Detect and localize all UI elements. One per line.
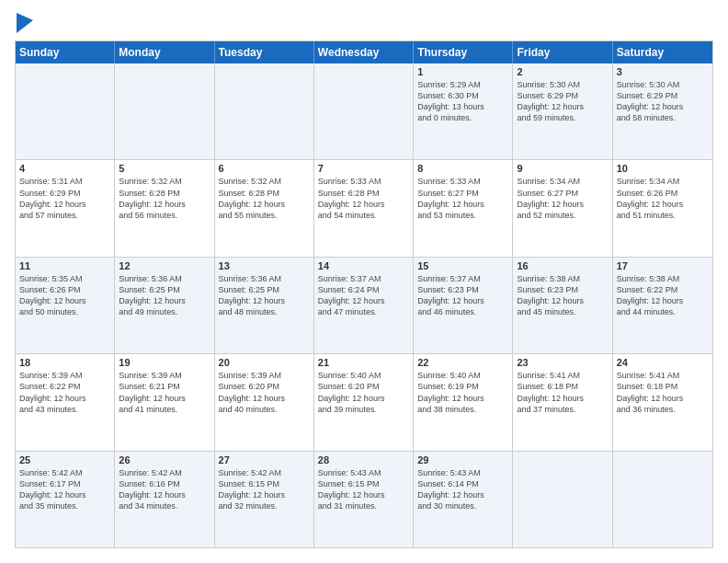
cell-date: 15 [417, 260, 508, 271]
cell-info: Sunrise: 5:40 AM Sunset: 6:19 PM Dayligh… [417, 370, 508, 415]
cell-date: 7 [318, 163, 409, 174]
cell-date: 27 [219, 454, 310, 465]
calendar-cell: 14Sunrise: 5:37 AM Sunset: 6:24 PM Dayli… [314, 258, 414, 353]
calendar-cell: 1Sunrise: 5:29 AM Sunset: 6:30 PM Daylig… [414, 63, 513, 159]
calendar-cell: 6Sunrise: 5:32 AM Sunset: 6:28 PM Daylig… [215, 160, 314, 256]
cell-date: 26 [119, 454, 210, 465]
cell-info: Sunrise: 5:35 AM Sunset: 6:26 PM Dayligh… [19, 273, 110, 318]
header-day-friday: Friday [513, 41, 612, 63]
calendar-cell: 12Sunrise: 5:36 AM Sunset: 6:25 PM Dayli… [115, 258, 214, 353]
cell-info: Sunrise: 5:31 AM Sunset: 6:29 PM Dayligh… [19, 176, 110, 221]
calendar-cell: 29Sunrise: 5:43 AM Sunset: 6:14 PM Dayli… [414, 452, 513, 547]
cell-date: 28 [318, 454, 409, 465]
cell-info: Sunrise: 5:40 AM Sunset: 6:20 PM Dayligh… [318, 370, 409, 415]
calendar-cell: 19Sunrise: 5:39 AM Sunset: 6:21 PM Dayli… [115, 354, 214, 450]
cell-info: Sunrise: 5:33 AM Sunset: 6:27 PM Dayligh… [417, 176, 508, 221]
calendar-cell: 2Sunrise: 5:30 AM Sunset: 6:29 PM Daylig… [513, 63, 612, 159]
calendar-row-4: 25Sunrise: 5:42 AM Sunset: 6:17 PM Dayli… [16, 452, 712, 547]
cell-date: 16 [517, 260, 608, 271]
calendar-cell: 7Sunrise: 5:33 AM Sunset: 6:28 PM Daylig… [314, 160, 414, 256]
cell-date: 2 [517, 66, 608, 77]
calendar-cell [115, 63, 214, 159]
header-day-wednesday: Wednesday [314, 41, 414, 63]
calendar-cell: 24Sunrise: 5:41 AM Sunset: 6:18 PM Dayli… [613, 354, 712, 450]
cell-date: 23 [517, 357, 608, 368]
cell-info: Sunrise: 5:29 AM Sunset: 6:30 PM Dayligh… [417, 79, 508, 124]
header-day-sunday: Sunday [16, 41, 115, 63]
cell-info: Sunrise: 5:30 AM Sunset: 6:29 PM Dayligh… [617, 79, 709, 124]
calendar-cell: 5Sunrise: 5:32 AM Sunset: 6:28 PM Daylig… [115, 160, 214, 256]
header-day-monday: Monday [115, 41, 214, 63]
header-day-tuesday: Tuesday [215, 41, 314, 63]
cell-info: Sunrise: 5:34 AM Sunset: 6:26 PM Dayligh… [617, 176, 709, 221]
cell-info: Sunrise: 5:39 AM Sunset: 6:22 PM Dayligh… [19, 370, 110, 415]
calendar-body: 1Sunrise: 5:29 AM Sunset: 6:30 PM Daylig… [16, 63, 712, 547]
calendar-row-1: 4Sunrise: 5:31 AM Sunset: 6:29 PM Daylig… [16, 160, 712, 257]
calendar-cell: 15Sunrise: 5:37 AM Sunset: 6:23 PM Dayli… [414, 258, 513, 353]
calendar-cell: 11Sunrise: 5:35 AM Sunset: 6:26 PM Dayli… [16, 258, 115, 353]
calendar-cell: 16Sunrise: 5:38 AM Sunset: 6:23 PM Dayli… [513, 258, 612, 353]
cell-date: 18 [19, 357, 110, 368]
cell-info: Sunrise: 5:41 AM Sunset: 6:18 PM Dayligh… [617, 370, 709, 415]
calendar-cell [513, 452, 612, 547]
cell-info: Sunrise: 5:37 AM Sunset: 6:23 PM Dayligh… [417, 273, 508, 318]
svg-marker-0 [17, 13, 33, 33]
calendar-cell: 27Sunrise: 5:42 AM Sunset: 6:15 PM Dayli… [215, 452, 314, 547]
page: SundayMondayTuesdayWednesdayThursdayFrid… [0, 0, 728, 563]
calendar-cell [613, 452, 712, 547]
cell-date: 20 [219, 357, 310, 368]
calendar-row-0: 1Sunrise: 5:29 AM Sunset: 6:30 PM Daylig… [16, 63, 712, 160]
calendar-cell: 10Sunrise: 5:34 AM Sunset: 6:26 PM Dayli… [613, 160, 712, 256]
cell-date: 19 [119, 357, 210, 368]
calendar-cell: 8Sunrise: 5:33 AM Sunset: 6:27 PM Daylig… [414, 160, 513, 256]
cell-date: 14 [318, 260, 409, 271]
cell-info: Sunrise: 5:36 AM Sunset: 6:25 PM Dayligh… [219, 273, 310, 318]
calendar-cell: 13Sunrise: 5:36 AM Sunset: 6:25 PM Dayli… [215, 258, 314, 353]
logo-icon [17, 13, 33, 33]
calendar-cell: 17Sunrise: 5:38 AM Sunset: 6:22 PM Dayli… [613, 258, 712, 353]
calendar-cell: 28Sunrise: 5:43 AM Sunset: 6:15 PM Dayli… [314, 452, 414, 547]
cell-info: Sunrise: 5:43 AM Sunset: 6:14 PM Dayligh… [417, 467, 508, 512]
cell-info: Sunrise: 5:34 AM Sunset: 6:27 PM Dayligh… [517, 176, 608, 221]
cell-info: Sunrise: 5:42 AM Sunset: 6:16 PM Dayligh… [119, 467, 210, 512]
cell-date: 1 [417, 66, 508, 77]
cell-date: 8 [417, 163, 508, 174]
calendar-header: SundayMondayTuesdayWednesdayThursdayFrid… [16, 41, 712, 63]
cell-info: Sunrise: 5:42 AM Sunset: 6:17 PM Dayligh… [19, 467, 110, 512]
calendar-cell: 21Sunrise: 5:40 AM Sunset: 6:20 PM Dayli… [314, 354, 414, 450]
header-day-thursday: Thursday [414, 41, 513, 63]
cell-date: 6 [219, 163, 310, 174]
cell-date: 22 [417, 357, 508, 368]
cell-info: Sunrise: 5:38 AM Sunset: 6:22 PM Dayligh… [617, 273, 709, 318]
calendar-cell: 3Sunrise: 5:30 AM Sunset: 6:29 PM Daylig… [613, 63, 712, 159]
cell-date: 17 [617, 260, 709, 271]
cell-info: Sunrise: 5:41 AM Sunset: 6:18 PM Dayligh… [517, 370, 608, 415]
calendar: SundayMondayTuesdayWednesdayThursdayFrid… [15, 40, 713, 548]
cell-info: Sunrise: 5:32 AM Sunset: 6:28 PM Dayligh… [119, 176, 210, 221]
cell-info: Sunrise: 5:43 AM Sunset: 6:15 PM Dayligh… [318, 467, 409, 512]
calendar-cell: 18Sunrise: 5:39 AM Sunset: 6:22 PM Dayli… [16, 354, 115, 450]
cell-date: 5 [119, 163, 210, 174]
cell-info: Sunrise: 5:36 AM Sunset: 6:25 PM Dayligh… [119, 273, 210, 318]
cell-date: 12 [119, 260, 210, 271]
calendar-row-3: 18Sunrise: 5:39 AM Sunset: 6:22 PM Dayli… [16, 354, 712, 451]
calendar-cell [314, 63, 414, 159]
cell-date: 21 [318, 357, 409, 368]
cell-date: 9 [517, 163, 608, 174]
cell-info: Sunrise: 5:30 AM Sunset: 6:29 PM Dayligh… [517, 79, 608, 124]
cell-info: Sunrise: 5:37 AM Sunset: 6:24 PM Dayligh… [318, 273, 409, 318]
cell-date: 24 [617, 357, 709, 368]
cell-date: 4 [19, 163, 110, 174]
cell-date: 29 [417, 454, 508, 465]
cell-date: 13 [219, 260, 310, 271]
cell-info: Sunrise: 5:39 AM Sunset: 6:21 PM Dayligh… [119, 370, 210, 415]
calendar-cell: 26Sunrise: 5:42 AM Sunset: 6:16 PM Dayli… [115, 452, 214, 547]
header [15, 15, 713, 33]
calendar-cell: 4Sunrise: 5:31 AM Sunset: 6:29 PM Daylig… [16, 160, 115, 256]
logo-text [15, 15, 33, 33]
cell-info: Sunrise: 5:42 AM Sunset: 6:15 PM Dayligh… [219, 467, 310, 512]
cell-date: 10 [617, 163, 709, 174]
calendar-cell: 25Sunrise: 5:42 AM Sunset: 6:17 PM Dayli… [16, 452, 115, 547]
calendar-cell: 23Sunrise: 5:41 AM Sunset: 6:18 PM Dayli… [513, 354, 612, 450]
calendar-cell [215, 63, 314, 159]
